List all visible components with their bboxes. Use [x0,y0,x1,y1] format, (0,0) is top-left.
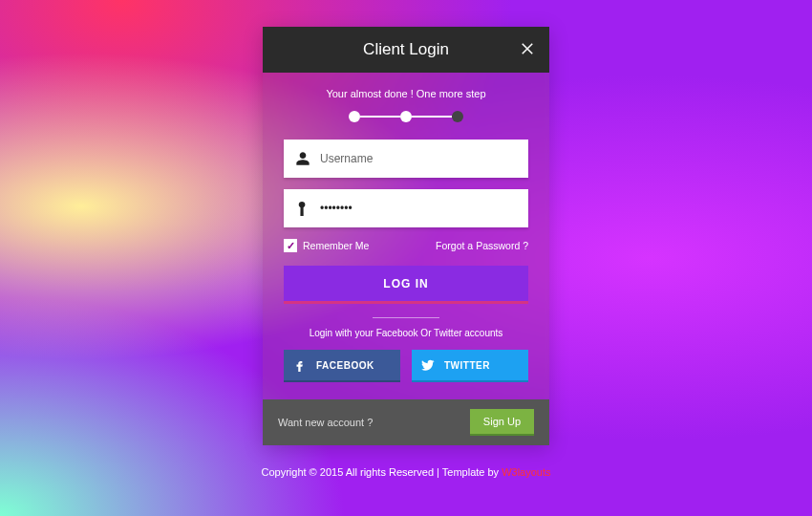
login-button[interactable]: LOG IN [284,266,528,304]
remember-checkbox[interactable]: ✓ Remember Me [284,239,369,252]
login-card: Client Login Your almost done ! One more… [263,27,549,445]
facebook-button[interactable]: FACEBOOK [284,350,400,382]
user-icon [295,151,310,166]
password-field-wrapper[interactable] [284,189,528,227]
copyright: Copyright © 2015 All rights Reserved | T… [261,466,550,478]
close-button[interactable] [519,40,536,61]
social-text: Login with your Facebook Or Twitter acco… [284,328,528,338]
step-dot [349,111,360,122]
step-line [360,116,400,118]
username-input[interactable] [320,152,517,165]
card-footer: Want new account ? Sign Up [263,399,549,445]
step-dot [400,111,412,122]
options-row: ✓ Remember Me Forgot a Password ? [284,239,528,252]
card-header: Client Login [263,27,549,73]
twitter-icon [421,358,435,372]
password-input[interactable] [320,202,517,215]
social-buttons: FACEBOOK TWITTER [284,350,528,382]
close-icon [519,40,536,57]
facebook-icon [293,358,307,372]
facebook-label: FACEBOOK [316,360,374,371]
footer-prompt: Want new account ? [278,417,373,428]
copyright-link[interactable]: W3layouts [502,466,550,478]
step-dot [452,111,463,122]
copyright-text: Copyright © 2015 All rights Reserved | T… [261,466,502,478]
twitter-button[interactable]: TWITTER [412,350,528,382]
checkmark-icon: ✓ [284,239,297,252]
twitter-label: TWITTER [444,360,490,371]
step-indicator [284,111,528,122]
step-line [412,116,452,118]
username-field-wrapper[interactable] [284,140,528,178]
card-body: Your almost done ! One more step ✓ Remem… [263,73,549,399]
forgot-password-link[interactable]: Forgot a Password ? [436,240,528,251]
signup-button[interactable]: Sign Up [470,409,534,436]
card-title: Client Login [363,40,449,59]
remember-label: Remember Me [303,240,369,251]
subtitle-text: Your almost done ! One more step [284,88,528,99]
key-icon [295,201,310,216]
divider [373,317,439,318]
